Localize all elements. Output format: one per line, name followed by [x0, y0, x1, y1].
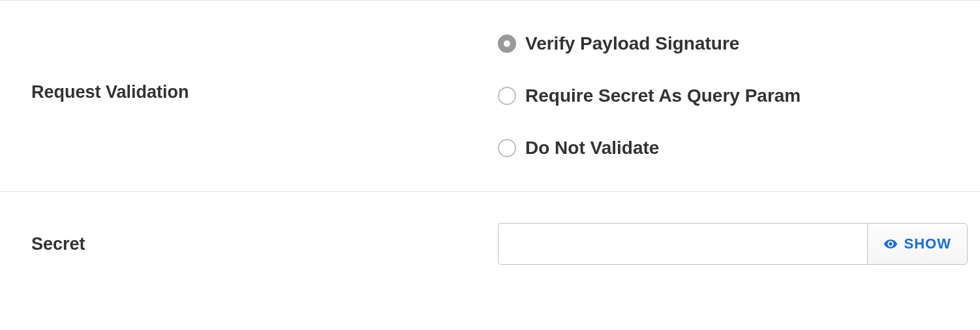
show-button-label: SHOW	[904, 235, 951, 252]
show-secret-button[interactable]: SHOW	[867, 223, 968, 265]
radio-do-not-validate[interactable]: Do Not Validate	[498, 138, 949, 158]
request-validation-section: Request Validation Verify Payload Signat…	[0, 0, 980, 191]
request-validation-label: Request Validation	[31, 82, 189, 102]
secret-section: Secret SHOW	[0, 191, 980, 297]
request-validation-label-col: Request Validation	[31, 33, 498, 158]
radio-label: Do Not Validate	[525, 138, 659, 158]
secret-label-col: Secret	[31, 223, 498, 265]
radio-icon-selected	[498, 35, 516, 53]
radio-icon	[498, 87, 516, 105]
radio-verify-payload-signature[interactable]: Verify Payload Signature	[498, 33, 949, 54]
secret-input-group: SHOW	[498, 223, 968, 265]
secret-input[interactable]	[498, 223, 867, 265]
secret-label: Secret	[31, 234, 85, 254]
radio-label: Require Secret As Query Param	[525, 85, 801, 106]
radio-label: Verify Payload Signature	[525, 33, 739, 54]
secret-control-col: SHOW	[498, 223, 968, 265]
request-validation-control-col: Verify Payload Signature Require Secret …	[498, 33, 949, 158]
radio-icon	[498, 139, 516, 157]
request-validation-radio-group: Verify Payload Signature Require Secret …	[498, 33, 949, 158]
radio-require-secret-query-param[interactable]: Require Secret As Query Param	[498, 85, 949, 106]
eye-icon	[883, 237, 898, 251]
